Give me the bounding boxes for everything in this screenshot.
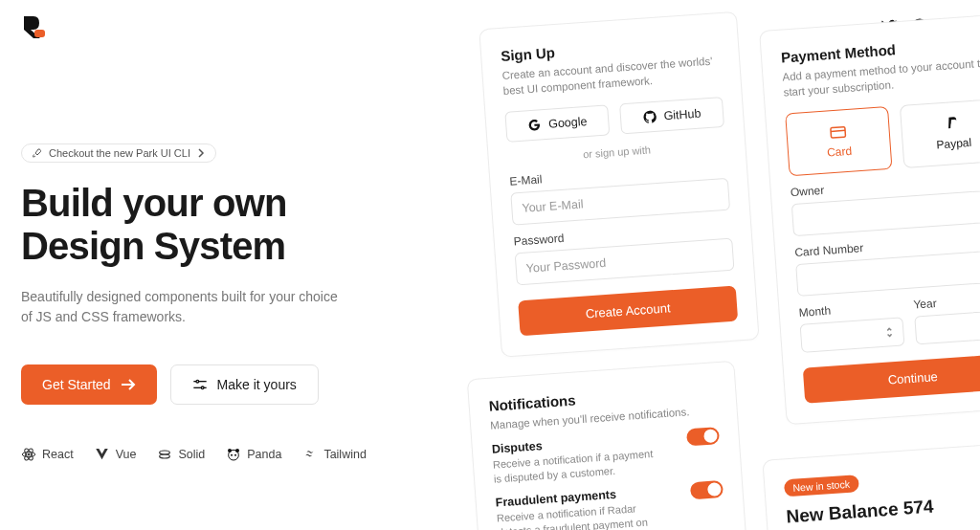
framework-react: React	[21, 447, 74, 462]
notifications-card: Notifications Manage when you'll receive…	[467, 361, 749, 530]
svg-point-24	[228, 449, 232, 453]
framework-solid: Solid	[157, 447, 205, 462]
svg-rect-0	[34, 30, 45, 37]
solid-icon	[157, 447, 172, 462]
year-select[interactable]	[914, 309, 980, 344]
payment-option-paypal[interactable]: Paypal	[900, 99, 980, 168]
svg-point-21	[160, 451, 170, 454]
showcase: Sign Up Create an account and discover t…	[432, 0, 980, 530]
hero-subtitle: Beautifully designed components built fo…	[21, 287, 346, 328]
chevron-right-icon	[196, 148, 206, 158]
svg-point-27	[234, 454, 236, 456]
vue-icon	[95, 447, 110, 462]
month-label: Month	[798, 299, 902, 320]
github-icon	[642, 110, 657, 124]
paypal-icon	[946, 116, 960, 132]
framework-tailwind: Tailwind	[302, 447, 366, 462]
chevron-updown-icon	[885, 326, 894, 339]
svg-point-26	[231, 454, 233, 456]
make-it-yours-button[interactable]: Make it yours	[170, 364, 319, 405]
product-card: New in stock New Balance 574 $79.95	[762, 442, 980, 530]
get-started-button[interactable]: Get Started	[21, 364, 157, 405]
payment-option-card[interactable]: Card	[785, 106, 892, 176]
continue-button[interactable]: Continue	[803, 353, 980, 404]
notification-row-fraud: Fraudulent payments Receive a notificati…	[495, 480, 726, 530]
svg-point-14	[201, 386, 204, 389]
react-icon	[21, 447, 36, 462]
panda-icon	[226, 447, 241, 462]
rocket-icon	[32, 147, 43, 159]
hero-title: Build your own Design System	[21, 182, 385, 268]
cli-badge[interactable]: Checkout the new Park UI CLI	[21, 144, 216, 163]
hero-section: Checkout the new Park UI CLI Build your …	[21, 144, 385, 462]
logo[interactable]	[21, 13, 46, 38]
google-icon	[527, 118, 542, 132]
svg-point-25	[235, 449, 239, 453]
svg-point-22	[160, 454, 170, 458]
month-select[interactable]	[800, 318, 905, 353]
svg-line-29	[831, 131, 845, 132]
svg-rect-28	[831, 127, 846, 139]
signup-card: Sign Up Create an account and discover t…	[479, 11, 759, 358]
framework-vue: Vue	[95, 447, 137, 462]
tailwind-icon	[302, 447, 318, 462]
sliders-icon	[192, 377, 208, 392]
framework-list: React Vue Solid Panda Tailwind	[21, 447, 385, 462]
notification-row-disputes: Disputes Receive a notification if a pay…	[491, 427, 722, 486]
hero-buttons: Get Started Make it yours	[21, 364, 385, 405]
new-stock-badge: New in stock	[784, 475, 859, 497]
year-label: Year	[913, 291, 980, 311]
create-account-button[interactable]: Create Account	[518, 286, 738, 337]
toggle-fraud[interactable]	[690, 480, 724, 499]
github-oauth-button[interactable]: GitHub	[619, 97, 724, 134]
framework-panda: Panda	[226, 447, 281, 462]
credit-card-icon	[829, 123, 847, 140]
google-oauth-button[interactable]: Google	[504, 105, 610, 143]
arrow-right-icon	[121, 378, 136, 391]
svg-point-11	[196, 380, 199, 383]
payment-card: Payment Method Add a payment method to y…	[759, 12, 980, 425]
cli-badge-label: Checkout the new Park UI CLI	[49, 147, 190, 159]
toggle-disputes[interactable]	[686, 427, 720, 446]
svg-point-20	[28, 453, 30, 455]
